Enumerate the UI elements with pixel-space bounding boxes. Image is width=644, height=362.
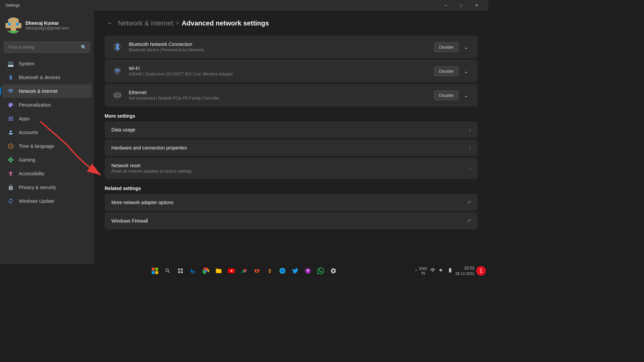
data-usage-title: Data usage xyxy=(111,127,469,132)
app-container: Dheeraj Kumar nikunpubg1@gmail.com 🔍 💻 S… xyxy=(0,11,488,264)
taskbar: ₿ ^ ENG IN 20:53 xyxy=(0,264,488,278)
taskbar-app-edge[interactable] xyxy=(187,265,199,277)
windows-firewall-title: Windows Firewall xyxy=(111,218,467,224)
data-usage-item[interactable]: Data usage › xyxy=(105,121,478,138)
taskbar-app-bit[interactable]: ₿ xyxy=(264,265,276,277)
sidebar-item-label: Apps xyxy=(19,116,30,121)
start-button[interactable] xyxy=(149,265,161,277)
taskbar-lang-indicator: ENG IN xyxy=(419,266,427,276)
wifi-expand-button[interactable]: ⌄ xyxy=(461,67,471,76)
svg-rect-13 xyxy=(178,268,180,270)
svg-rect-14 xyxy=(181,268,183,270)
privacy-icon xyxy=(7,184,14,191)
back-button[interactable]: ← xyxy=(105,19,115,27)
accessibility-icon xyxy=(7,170,14,177)
sidebar-profile[interactable]: Dheeraj Kumar nikunpubg1@gmail.com xyxy=(0,11,94,39)
wifi-actions: Disable ⌄ xyxy=(434,66,471,76)
windows-update-icon xyxy=(7,198,14,204)
ethernet-info: Ethernet Not connected | Realtek PCIe FE… xyxy=(129,90,429,101)
notification-tray-icon[interactable]: 1 xyxy=(476,266,486,276)
sidebar-item-gaming[interactable]: Gaming xyxy=(2,153,92,167)
ethernet-desc: Not connected | Realtek PCIe FE Family C… xyxy=(129,96,429,101)
sidebar-item-personalization[interactable]: Personalization xyxy=(2,98,92,112)
ethernet-expand-button[interactable]: ⌄ xyxy=(461,91,471,100)
bluetooth-disable-button[interactable]: Disable xyxy=(434,42,459,52)
data-usage-chevron: › xyxy=(469,127,471,133)
breadcrumb-parent[interactable]: Network & internet xyxy=(118,19,173,27)
ethernet-disable-button[interactable]: Disable xyxy=(434,90,459,100)
sidebar-item-system[interactable]: 💻 System xyxy=(2,57,92,70)
date-display: 28-12-2021 xyxy=(455,271,474,276)
taskbar-clock[interactable]: 20:53 28-12-2021 xyxy=(455,266,474,276)
close-button[interactable]: ✕ xyxy=(469,0,484,11)
taskbar-app-app1[interactable] xyxy=(302,265,314,277)
sidebar-item-label: Personalization xyxy=(19,102,51,108)
wifi-info: Wi-Fi 620440 | Qualcomm QCA9377 802.11ac… xyxy=(129,66,429,76)
taskbar-app-twitter[interactable] xyxy=(289,265,301,277)
more-adapter-options-item[interactable]: More network adapter options ↗ xyxy=(105,194,478,211)
sidebar-item-time[interactable]: Time & language xyxy=(2,139,92,153)
apps-icon xyxy=(7,115,14,122)
windows-firewall-item[interactable]: Windows Firewall ↗ xyxy=(105,212,478,229)
hardware-chevron: › xyxy=(469,145,471,151)
sidebar-nav: 💻 System Bluetooth & devices Network & i… xyxy=(0,57,94,264)
sidebar-item-label: Accounts xyxy=(19,130,38,135)
taskbar-tray-chevron[interactable]: ^ xyxy=(415,268,417,273)
sidebar-item-bluetooth[interactable]: Bluetooth & devices xyxy=(2,71,92,84)
taskbar-task-view[interactable] xyxy=(174,265,186,277)
battery-tray-icon[interactable] xyxy=(447,267,453,275)
taskbar-app-brave[interactable] xyxy=(251,265,263,277)
taskbar-app-drive[interactable] xyxy=(238,265,250,277)
sidebar-item-privacy[interactable]: Privacy & security xyxy=(2,181,92,194)
volume-tray-icon[interactable] xyxy=(438,267,445,275)
svg-rect-9 xyxy=(152,267,155,270)
time-display: 20:53 xyxy=(455,266,474,271)
hardware-properties-item[interactable]: Hardware and connection properties › xyxy=(105,139,478,156)
taskbar-app-whatsapp[interactable] xyxy=(315,265,327,277)
profile-email: nikunpubg1@gmail.com xyxy=(25,26,89,31)
minimize-button[interactable]: ─ xyxy=(438,0,453,11)
network-reset-item[interactable]: Network reset Reset all network adapters… xyxy=(105,158,478,179)
wifi-tray-icon[interactable] xyxy=(429,267,436,275)
more-settings-header: More settings xyxy=(105,113,478,119)
network-icon xyxy=(7,88,14,95)
sidebar-item-accessibility[interactable]: Accessibility xyxy=(2,167,92,180)
titlebar-controls: ─ □ ✕ xyxy=(438,0,484,11)
network-adapter-ethernet: Ethernet Not connected | Realtek PCIe FE… xyxy=(105,84,478,107)
sidebar: Dheeraj Kumar nikunpubg1@gmail.com 🔍 💻 S… xyxy=(0,11,94,264)
wifi-disable-button[interactable]: Disable xyxy=(434,66,459,76)
bluetooth-expand-button[interactable]: ⌄ xyxy=(461,43,471,52)
network-adapter-bluetooth: Bluetooth Network Connection Bluetooth D… xyxy=(105,36,478,58)
taskbar-app-files[interactable] xyxy=(213,265,225,277)
sidebar-item-network[interactable]: Network & internet xyxy=(2,84,92,98)
sidebar-item-label: Accessibility xyxy=(19,171,44,176)
profile-info: Dheeraj Kumar nikunpubg1@gmail.com xyxy=(25,20,89,31)
taskbar-search-button[interactable] xyxy=(162,265,174,277)
bluetooth-network-info: Bluetooth Network Connection Bluetooth D… xyxy=(129,42,429,52)
wifi-name: Wi-Fi xyxy=(129,66,429,71)
search-icon: 🔍 xyxy=(81,45,87,50)
taskbar-app-settings[interactable] xyxy=(327,265,339,277)
sidebar-item-label: Network & internet xyxy=(19,88,57,94)
sidebar-item-label: Gaming xyxy=(19,157,35,163)
sidebar-item-apps[interactable]: Apps xyxy=(2,112,92,125)
lang-top: ENG xyxy=(419,266,427,271)
gaming-icon xyxy=(7,157,14,163)
taskbar-app-browser2[interactable] xyxy=(276,265,288,277)
maximize-button[interactable]: □ xyxy=(453,0,469,11)
network-reset-title: Network reset xyxy=(111,163,469,168)
bluetooth-network-name: Bluetooth Network Connection xyxy=(129,42,429,47)
personalization-icon xyxy=(7,102,14,108)
network-adapter-wifi: Wi-Fi 620440 | Qualcomm QCA9377 802.11ac… xyxy=(105,60,478,82)
related-settings-header: Related settings xyxy=(105,186,478,191)
network-reset-chevron: › xyxy=(469,165,471,171)
taskbar-center: ₿ xyxy=(149,265,339,277)
sidebar-item-windows-update[interactable]: Windows Update xyxy=(2,194,92,208)
more-adapter-options-title: More network adapter options xyxy=(111,200,467,205)
taskbar-app-chrome[interactable] xyxy=(200,265,212,277)
taskbar-app-youtube[interactable] xyxy=(225,265,237,277)
bluetooth-network-icon xyxy=(111,41,123,53)
bluetooth-network-desc: Bluetooth Device (Personal Area Network) xyxy=(129,48,429,52)
search-input[interactable] xyxy=(4,42,90,53)
sidebar-item-accounts[interactable]: Accounts xyxy=(2,126,92,139)
